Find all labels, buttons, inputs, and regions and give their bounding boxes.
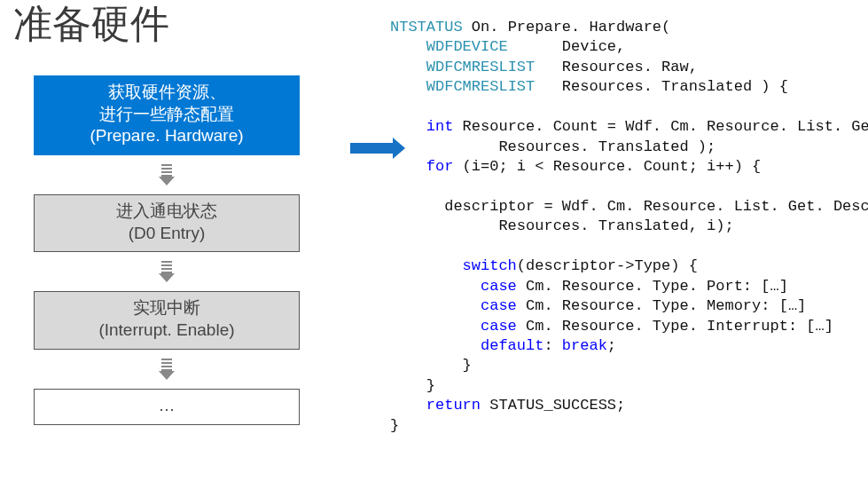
code-text: } [390, 357, 472, 374]
step-line: 实现中断 [38, 297, 295, 319]
arrow-down-icon [159, 261, 175, 282]
flow-column: 获取硬件资源、 进行一些静态配置 (Prepare. Hardware) 进入通… [34, 75, 300, 425]
code-keyword: switch [390, 257, 517, 274]
code-text: } [390, 417, 399, 434]
code-keyword: default [390, 337, 543, 354]
page-title: 准备硬件 [13, 0, 169, 51]
code-text: Cm. Resource. Type. Memory: […] [517, 297, 806, 314]
code-text: ; [607, 337, 616, 354]
code-text: STATUS_SUCCESS; [481, 397, 625, 414]
code-text: : [543, 337, 561, 354]
code-text: Resources. Translated ) { [562, 78, 788, 95]
code-type: NTSTATUS [390, 19, 463, 35]
code-keyword: for [390, 158, 453, 175]
step-line: … [38, 395, 295, 417]
code-text: Resources. Translated, i); [390, 217, 734, 234]
step-line: (D0 Entry) [38, 223, 295, 245]
code-keyword: return [390, 397, 481, 414]
step-line: (Prepare. Hardware) [38, 125, 295, 147]
arrow-down-icon [159, 164, 175, 185]
step-line: (Interrupt. Enable) [38, 319, 295, 342]
code-text: Cm. Resource. Type. Port: […] [517, 278, 788, 295]
step-ellipsis: … [34, 389, 300, 425]
code-keyword: break [562, 337, 607, 354]
code-type: WDFCMRESLIST [426, 78, 535, 95]
code-text: On. Prepare. Hardware( [463, 19, 671, 35]
code-text: (i=0; i < Resource. Count; i++) { [453, 158, 761, 175]
code-text: Resources. Translated ); [390, 138, 716, 155]
step-line: 进行一些静态配置 [38, 104, 295, 126]
step-line: 进入通电状态 [38, 201, 295, 223]
code-text: descriptor = Wdf. Cm. Resource. List. Ge… [390, 198, 868, 215]
code-text: Resource. Count = Wdf. Cm. Resource. Lis… [453, 118, 868, 135]
step-prepare-hardware: 获取硬件资源、 进行一些静态配置 (Prepare. Hardware) [34, 75, 300, 155]
code-keyword: int [390, 118, 453, 135]
code-text: (descriptor->Type) { [517, 257, 698, 274]
arrow-down-icon [159, 359, 175, 380]
code-block: NTSTATUS On. Prepare. Hardware( WDFDEVIC… [390, 18, 868, 436]
code-type: WDFDEVICE [426, 38, 508, 55]
code-text: Resources. Raw, [562, 59, 698, 75]
code-keyword: case [390, 318, 517, 335]
code-keyword: case [390, 278, 517, 295]
code-keyword: case [390, 297, 517, 314]
code-type: WDFCMRESLIST [426, 59, 535, 75]
step-interrupt-enable: 实现中断 (Interrupt. Enable) [34, 291, 300, 349]
code-text: Device, [562, 38, 625, 55]
code-text: } [390, 377, 435, 394]
code-text: Cm. Resource. Type. Interrupt: […] [517, 318, 833, 335]
step-line: 获取硬件资源、 [38, 82, 295, 104]
step-d0-entry: 进入通电状态 (D0 Entry) [34, 194, 300, 252]
